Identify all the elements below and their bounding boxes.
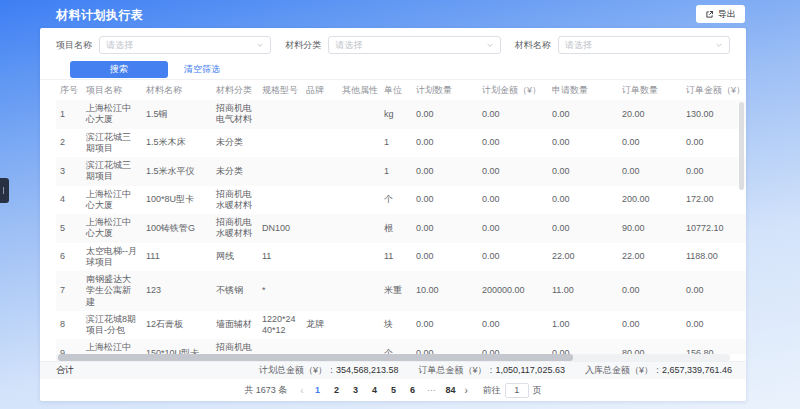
table-cell: 0.00 [478, 157, 548, 186]
table-cell [302, 100, 338, 129]
goto-label: 前往 [483, 384, 501, 397]
horizontal-scrollbar-thumb[interactable] [58, 354, 573, 361]
page-number-button[interactable]: 5 [387, 383, 401, 397]
column-header: 订单金额（¥） [682, 80, 746, 100]
goto-page-input[interactable] [505, 383, 529, 398]
column-header: 序号 [56, 80, 82, 100]
search-button[interactable]: 搜索 [70, 61, 168, 78]
table-row: 3滨江花城三期项目1.5米水平仪未分类10.000.000.000.000.00 [56, 157, 746, 186]
filter-label: 材料分类 [285, 39, 321, 52]
table-cell: 80.00 [618, 339, 682, 354]
table-cell: kg [380, 100, 412, 129]
table-cell: 0.00 [412, 186, 478, 215]
table-cell [302, 243, 338, 272]
table-cell: 7 [56, 271, 82, 311]
page-number-button[interactable]: 3 [349, 383, 363, 397]
export-button[interactable]: 导出 [696, 5, 745, 23]
table-cell [338, 311, 380, 340]
table-cell: 滨江花城三期项目 [82, 157, 142, 186]
chevron-down-icon [486, 41, 494, 49]
filter-label: 项目名称 [56, 39, 92, 52]
table-row: 5上海松江中心大厦100铸铁管G招商机电水暖材料DN100根0.000.000.… [56, 214, 746, 243]
table-cell: 111 [142, 243, 212, 272]
table-cell: 0.00 [478, 186, 548, 215]
column-header: 项目名称 [82, 80, 142, 100]
table-cell: 1188.00 [682, 243, 746, 272]
table-cell: 龙牌 [302, 311, 338, 340]
table-cell: 150*10U型卡 [142, 339, 212, 354]
export-label: 导出 [718, 8, 736, 21]
table-cell: 滨江花城8期项目-分包 [82, 311, 142, 340]
goto-page: 前往 页 [483, 383, 542, 398]
export-icon [705, 10, 714, 19]
table-cell: 0.00 [618, 129, 682, 158]
page-number-button[interactable]: 4 [368, 383, 382, 397]
table-cell: 招商机电电气材料 [212, 100, 258, 129]
table-cell: 3 [56, 157, 82, 186]
table-cell: DN100 [258, 214, 302, 243]
select-placeholder: 请选择 [565, 39, 592, 52]
table-cell: 滨江花城三期项目 [82, 129, 142, 158]
table-cell: 10772.10 [682, 214, 746, 243]
table-cell: 上海松江中心大厦 [82, 339, 142, 354]
table-cell: 0.00 [548, 214, 618, 243]
table-cell: 0.00 [478, 100, 548, 129]
page-number-button[interactable]: 1 [311, 383, 325, 397]
next-page-button[interactable]: › [463, 385, 470, 396]
table-cell [258, 186, 302, 215]
summary-items: 计划总金额（¥）：354,568,213.58订单总金额（¥）：1,050,11… [259, 364, 732, 377]
filter-group: 材料分类请选择 [285, 36, 500, 54]
table-cell: 9 [56, 339, 82, 354]
filter-select[interactable]: 请选择 [99, 36, 271, 54]
table-cell: 5 [56, 214, 82, 243]
page-number-button[interactable]: 6 [406, 383, 420, 397]
prev-page-button[interactable]: ‹ [298, 385, 305, 396]
table-cell: 1220*2440*12 [258, 311, 302, 340]
vertical-scrollbar-thumb[interactable] [739, 102, 744, 190]
table-cell: 0.00 [412, 100, 478, 129]
page-number-button[interactable]: 84 [444, 383, 458, 397]
page-number-button[interactable]: 2 [330, 383, 344, 397]
table-cell: 123 [142, 271, 212, 311]
table-cell: 0.00 [412, 214, 478, 243]
table-cell: 0.00 [412, 339, 478, 354]
table-cell [258, 129, 302, 158]
table-cell: 8 [56, 311, 82, 340]
table-cell: 1 [380, 129, 412, 158]
table-row: 9上海松江中心大厦150*10U型卡招商机电水暖材料个0.000.000.008… [56, 339, 746, 354]
table-cell: 11 [258, 243, 302, 272]
table-cell: 12石膏板 [142, 311, 212, 340]
column-header: 计划数量 [412, 80, 478, 100]
filter-select[interactable]: 请选择 [558, 36, 730, 54]
table-cell: 90.00 [618, 214, 682, 243]
table-cell: 0.00 [478, 339, 548, 354]
table-cell: 墙面辅材 [212, 311, 258, 340]
table-cell: 0.00 [478, 243, 548, 272]
table-cell: * [258, 271, 302, 311]
clear-filters-link[interactable]: 清空筛选 [184, 63, 220, 76]
filter-section: 项目名称请选择材料分类请选择材料名称请选择 搜索 清空筛选 [40, 28, 746, 80]
table-cell: 上海松江中心大厦 [82, 214, 142, 243]
chevron-down-icon [715, 41, 723, 49]
table-cell: 1.5米水平仪 [142, 157, 212, 186]
table-cell: 20.00 [618, 100, 682, 129]
table-cell: 6 [56, 243, 82, 272]
table-cell: 4 [56, 186, 82, 215]
filter-select[interactable]: 请选择 [328, 36, 500, 54]
table-cell: 招商机电水暖材料 [212, 339, 258, 354]
table-cell: 0.00 [548, 339, 618, 354]
table-cell: 200000.00 [478, 271, 548, 311]
table-cell [338, 243, 380, 272]
vertical-scrollbar[interactable] [739, 102, 744, 350]
table-row: 8滨江花城8期项目-分包12石膏板墙面辅材1220*2440*12龙牌块0.00… [56, 311, 746, 340]
table-row: 4上海松江中心大厦100*8U型卡招商机电水暖材料个0.000.000.0020… [56, 186, 746, 215]
sidebar-collapse-handle[interactable] [0, 178, 9, 203]
table-cell: 块 [380, 311, 412, 340]
table-cell: 0.00 [682, 311, 746, 340]
table-container: 序号项目名称材料名称材料分类规格型号品牌其他属性单位计划数量计划金额（¥）申请数… [40, 80, 746, 354]
table-header-row: 序号项目名称材料名称材料分类规格型号品牌其他属性单位计划数量计划金额（¥）申请数… [56, 80, 746, 100]
table-cell: 0.00 [618, 157, 682, 186]
table-cell: 156.80 [682, 339, 746, 354]
table-cell: 0.00 [478, 214, 548, 243]
horizontal-scrollbar[interactable] [56, 354, 730, 361]
